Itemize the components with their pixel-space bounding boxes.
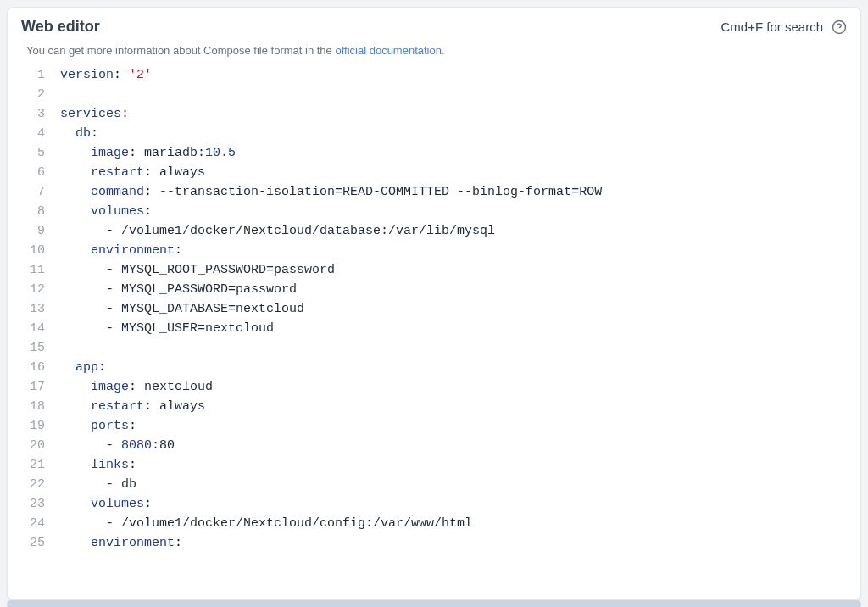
- header-right: Cmd+F for search: [721, 19, 847, 35]
- line-number: 9: [14, 221, 45, 241]
- code-editor[interactable]: 1234567891011121314151617181920212223242…: [8, 65, 860, 599]
- code-line[interactable]: environment:: [60, 533, 847, 553]
- line-number: 3: [14, 104, 45, 124]
- code-line[interactable]: restart: always: [60, 397, 847, 416]
- code-line[interactable]: - MYSQL_DATABASE=nextcloud: [60, 299, 847, 319]
- code-line[interactable]: volumes:: [60, 202, 847, 221]
- code-line[interactable]: [60, 85, 847, 104]
- line-number: 11: [14, 260, 45, 280]
- code-line[interactable]: - MYSQL_ROOT_PASSWORD=password: [60, 260, 847, 280]
- code-line[interactable]: app:: [60, 358, 847, 377]
- code-line[interactable]: - db: [60, 475, 847, 494]
- code-line[interactable]: - /volume1/docker/Nextcloud/database:/va…: [60, 221, 847, 241]
- code-line[interactable]: restart: always: [60, 163, 847, 182]
- line-number: 23: [14, 494, 45, 514]
- code-line[interactable]: [60, 338, 847, 358]
- line-number: 2: [14, 85, 45, 104]
- line-number: 13: [14, 299, 45, 319]
- code-line[interactable]: command: --transaction-isolation=READ-CO…: [60, 182, 847, 202]
- editor-title: Web editor: [21, 18, 100, 36]
- code-line[interactable]: image: nextcloud: [60, 377, 847, 397]
- line-number: 5: [14, 143, 45, 163]
- line-number: 6: [14, 163, 45, 182]
- description-prefix: You can get more information about Compo…: [26, 44, 335, 57]
- code-line[interactable]: db:: [60, 124, 847, 143]
- line-number: 10: [14, 241, 45, 260]
- code-line[interactable]: - MYSQL_USER=nextcloud: [60, 319, 847, 338]
- line-number: 19: [14, 416, 45, 436]
- code-line[interactable]: version: '2': [60, 65, 847, 85]
- code-line[interactable]: ports:: [60, 416, 847, 436]
- line-number: 17: [14, 377, 45, 397]
- line-number: 4: [14, 124, 45, 143]
- code-line[interactable]: - MYSQL_PASSWORD=password: [60, 280, 847, 299]
- line-number: 14: [14, 319, 45, 338]
- line-number: 22: [14, 475, 45, 494]
- editor-header: Web editor Cmd+F for search: [8, 8, 860, 39]
- line-number: 25: [14, 533, 45, 553]
- description-suffix: .: [442, 44, 445, 57]
- line-number-gutter: 1234567891011121314151617181920212223242…: [14, 65, 60, 599]
- line-number: 7: [14, 182, 45, 202]
- code-line[interactable]: image: mariadb:10.5: [60, 143, 847, 163]
- line-number: 1: [14, 65, 45, 85]
- code-line[interactable]: environment:: [60, 241, 847, 260]
- documentation-link[interactable]: official documentation: [335, 44, 442, 57]
- line-number: 15: [14, 338, 45, 358]
- line-number: 24: [14, 514, 45, 533]
- help-icon[interactable]: [832, 19, 847, 35]
- line-number: 12: [14, 280, 45, 299]
- code-line[interactable]: services:: [60, 104, 847, 124]
- line-number: 21: [14, 455, 45, 475]
- search-shortcut-hint: Cmd+F for search: [721, 19, 823, 34]
- code-line[interactable]: volumes:: [60, 494, 847, 514]
- web-editor-panel: Web editor Cmd+F for search You can get …: [7, 7, 861, 600]
- code-line[interactable]: - 8080:80: [60, 436, 847, 455]
- line-number: 16: [14, 358, 45, 377]
- editor-description: You can get more information about Compo…: [8, 39, 860, 65]
- line-number: 18: [14, 397, 45, 416]
- code-content[interactable]: version: '2' services: db: image: mariad…: [60, 65, 860, 599]
- line-number: 20: [14, 436, 45, 455]
- line-number: 8: [14, 202, 45, 221]
- code-line[interactable]: links:: [60, 455, 847, 475]
- code-line[interactable]: - /volume1/docker/Nextcloud/config:/var/…: [60, 514, 847, 533]
- horizontal-scrollbar[interactable]: [7, 600, 861, 607]
